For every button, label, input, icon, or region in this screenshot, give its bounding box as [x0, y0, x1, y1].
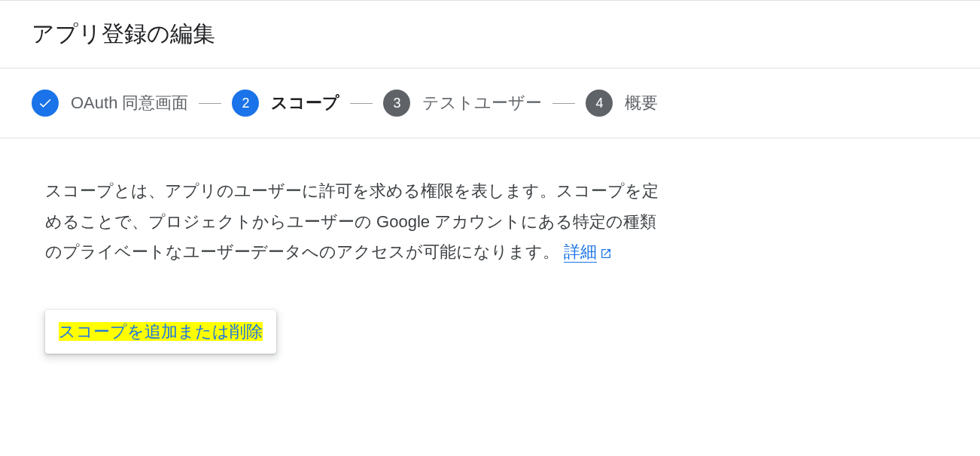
content-area: スコープとは、アプリのユーザーに許可を求める権限を表します。スコープを定めること…	[0, 138, 980, 391]
step-label: スコープ	[271, 92, 339, 114]
add-remove-scopes-button[interactable]: スコープを追加または削除	[59, 322, 263, 341]
step-connector	[199, 103, 221, 104]
external-link-icon	[600, 248, 612, 260]
page-title: アプリ登録の編集	[32, 19, 948, 50]
step-connector	[350, 103, 373, 104]
step-number: 2	[232, 90, 259, 117]
step-oauth-consent[interactable]: OAuth 同意画面	[32, 90, 188, 117]
page-header: アプリ登録の編集	[0, 0, 980, 68]
learn-more-link[interactable]: 詳細	[564, 242, 597, 263]
step-label: OAuth 同意画面	[71, 92, 188, 114]
step-number: 4	[586, 90, 613, 117]
step-number: 3	[383, 90, 410, 117]
step-scopes[interactable]: 2 スコープ	[232, 90, 339, 117]
scope-description: スコープとは、アプリのユーザーに許可を求める権限を表します。スコープを定めること…	[45, 176, 662, 268]
check-icon	[32, 90, 59, 117]
step-test-users[interactable]: 3 テストユーザー	[383, 90, 542, 117]
step-connector	[552, 103, 575, 104]
step-summary[interactable]: 4 概要	[586, 90, 658, 117]
stepper: OAuth 同意画面 2 スコープ 3 テストユーザー 4 概要	[0, 68, 980, 138]
step-label: テストユーザー	[422, 92, 542, 114]
add-remove-scopes-card: スコープを追加または削除	[45, 310, 276, 354]
step-label: 概要	[625, 92, 658, 114]
